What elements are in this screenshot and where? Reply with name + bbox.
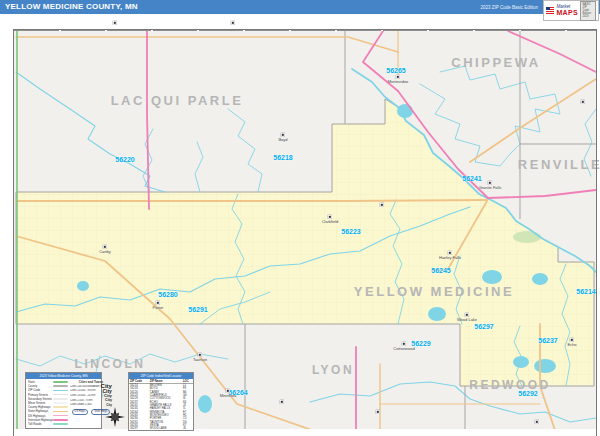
zip-code-label: 56223 — [341, 228, 360, 235]
zip-code-label: 56265 — [386, 67, 405, 74]
legend-line-sample — [53, 406, 68, 408]
county-name-label: CHIPPEWA — [451, 55, 540, 70]
county-name-label: LYON — [312, 363, 354, 377]
legend-city-label: Cities Under 2,500 — [70, 403, 105, 406]
legend-line-label: Toll Roads — [28, 422, 53, 426]
legend-city-sample: City — [105, 398, 112, 402]
legend-line-sample — [53, 402, 68, 404]
legend-city-rows: Cities 100,000 and AboveCityCities 25,00… — [70, 384, 112, 407]
zip-table-cell: J6 — [182, 427, 193, 430]
legend-line-sample — [53, 394, 68, 396]
zip-code-label: 56237 — [538, 337, 557, 344]
city-name-label: Boyd — [278, 137, 287, 142]
legend-line-sample — [53, 415, 68, 417]
zip-table-row: 56297WOOD LAKEJ6 — [129, 427, 193, 430]
state-park-area — [513, 231, 541, 243]
county-name-label: RENVILLE — [518, 157, 600, 172]
town-dot — [581, 100, 585, 104]
legend-city-label: Cities 25,000 - 99,999 — [70, 389, 101, 392]
legend-line-row: Toll Roads — [28, 422, 68, 426]
highway-shield: US Hwys — [72, 409, 89, 415]
legend-line-items: StateCountyZIP CodePrimary StreetsSecond… — [28, 380, 68, 426]
city-name-label: Montevideo — [388, 79, 409, 84]
map-legend: 2023 Yellow Medicine County, MN StateCou… — [25, 372, 102, 429]
town-dot — [280, 400, 284, 404]
flag-icon — [546, 7, 554, 14]
zip-code-label: 56220 — [115, 156, 134, 163]
zip-code-label: 56292 — [518, 390, 537, 397]
city-name-label: Canby — [99, 249, 111, 254]
city-name-label: Porter — [153, 305, 164, 310]
county-name-label: LINCOLN — [75, 357, 146, 371]
page-title: YELLOW MEDICINE COUNTY, MN — [5, 2, 138, 11]
city-name-label: Taunton — [193, 357, 207, 362]
town-dot — [231, 21, 235, 25]
legend-line-sample — [53, 423, 68, 425]
legend-line-sample — [53, 419, 68, 421]
city-name-label: Hanley Falls — [439, 255, 461, 260]
city-name-label: Cottonwood — [393, 346, 414, 351]
county-name-label: LAC QUI PARLE — [111, 93, 244, 108]
zip-table-cell: WOOD LAKE — [149, 427, 182, 430]
legend-line-sample — [53, 385, 68, 387]
zip-code-label: 56241 — [462, 175, 481, 182]
zip-code-label: 56218 — [273, 154, 292, 161]
logo-brand-bottom: MAPS — [556, 9, 577, 16]
zip-index-table: ZIP Code Index/Grid Locator ZIP CodeZIP … — [128, 372, 194, 431]
zip-table-cell: 56297 — [129, 427, 149, 430]
city-name-label: Minneota — [220, 393, 236, 398]
zip-code-label: 56245 — [431, 267, 450, 274]
legend-line-sample — [53, 411, 68, 413]
city-name-label: Echo — [567, 342, 576, 347]
legend-line-sample — [53, 398, 68, 400]
legend-city-label: Cities 2,500 - 9,999 — [70, 399, 104, 402]
city-name-label: Clarkfield — [322, 219, 339, 224]
zip-table-body: 56214BELVIEWL556218BOYDF356220CANBYB4562… — [129, 384, 193, 431]
compass-rose-icon — [105, 407, 125, 431]
county-name-label: REDWOOD — [469, 378, 551, 392]
zip-code-label: 56291 — [188, 306, 207, 313]
town-dot — [380, 203, 384, 207]
legend-line-sample — [53, 390, 68, 392]
county-name-label: YELLOW MEDICINE — [354, 284, 514, 299]
zip-code-label: 56297 — [474, 323, 493, 330]
title-bar: YELLOW MEDICINE COUNTY, MN 2023 ZIP Code… — [0, 0, 600, 14]
town-dot — [535, 420, 539, 424]
zip-code-label: 56280 — [158, 291, 177, 298]
town-dot — [113, 21, 117, 25]
legend-city-label: Cities 100,000 and Above — [70, 385, 100, 388]
city-name-label: Granite Falls — [479, 185, 502, 190]
town-dot — [376, 410, 380, 414]
legend-city-label: Cities 10,000 - 24,999 — [70, 394, 103, 397]
zip-code-label: 56214 — [576, 288, 595, 295]
bottom-margin — [0, 429, 600, 436]
logo-edition-text: 2023 — [582, 15, 593, 18]
edition-label: 2023 ZIP Code Basic Edition — [481, 5, 538, 10]
legend-line-sample — [53, 381, 68, 383]
logo-edition-box: BASICZIP CodeEdition2023 — [580, 1, 596, 21]
publisher-logo: Market MAPS BASICZIP CodeEdition2023 — [543, 0, 599, 21]
city-name-label: Wood Lake — [457, 317, 477, 322]
